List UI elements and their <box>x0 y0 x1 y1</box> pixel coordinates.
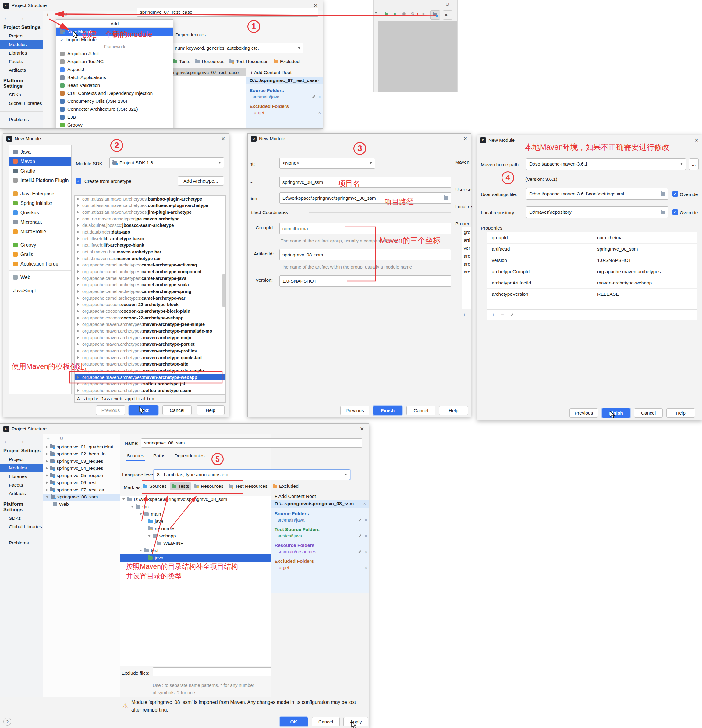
module-name-field[interactable]: springmvc_08_ssm <box>141 438 362 448</box>
chevron-icon[interactable] <box>46 481 48 484</box>
mark-as-chip[interactable]: Excluded <box>272 58 301 65</box>
property-row[interactable]: version1.0-SNAPSHOT <box>487 255 697 266</box>
previous-button[interactable]: Previous <box>96 406 125 415</box>
remove-icon[interactable]: × <box>319 94 321 100</box>
archetype-item[interactable]: org.apache.maven.archetypes:maven-archet… <box>75 367 225 374</box>
sidebar-item[interactable]: Project Settings <box>0 445 43 455</box>
remove-icon[interactable]: × <box>365 518 367 523</box>
mark-as-chip[interactable]: Resources <box>193 482 225 490</box>
remove-icon[interactable]: − <box>501 312 504 318</box>
browse-folder-icon[interactable] <box>444 196 448 200</box>
close-icon[interactable]: × <box>363 501 366 506</box>
close-icon[interactable]: ✕ <box>220 136 226 142</box>
content-root-row[interactable]: ingmvc\springmvc_07_rest_case <box>171 68 246 76</box>
cancel-button[interactable]: Cancel <box>406 406 435 415</box>
ok-button[interactable]: OK <box>280 717 308 727</box>
property-row[interactable]: artifactIdspringmvc_08_ssm <box>487 244 697 255</box>
archetype-item[interactable]: org.apache.maven.archetypes:maven-archet… <box>75 334 225 341</box>
directory-tree-row[interactable]: main <box>120 510 271 518</box>
add-icon[interactable]: + <box>46 12 49 18</box>
framework-item[interactable]: Arquillian TestNG <box>56 58 173 65</box>
sidebar-item[interactable]: SDKs <box>0 91 43 99</box>
add-content-root-link[interactable]: + Add Content Root <box>274 494 316 499</box>
tab[interactable]: Dependencies <box>174 453 205 461</box>
archetype-item[interactable]: org.apache.maven.archetypes:maven-archet… <box>75 374 225 381</box>
mark-as-chip[interactable]: Test Resources <box>227 482 270 490</box>
sidebar-item[interactable]: SDKs <box>0 514 43 523</box>
module-type-item[interactable]: JavaScript <box>9 286 71 295</box>
framework-item[interactable]: Connector Architecture (JSR 322) <box>56 105 173 113</box>
framework-item[interactable]: Arquillian JUnit <box>56 50 173 58</box>
module-name-field[interactable]: springmvc_07_rest_case <box>137 8 319 17</box>
chevron-icon[interactable] <box>140 513 142 515</box>
cancel-button[interactable]: Cancel <box>162 406 192 415</box>
mark-as-chip[interactable]: Tests <box>171 58 192 65</box>
framework-item[interactable]: CDI: Contexts and Dependency Injection <box>56 89 173 97</box>
sidebar-item[interactable]: Libraries <box>0 472 43 481</box>
archetype-item[interactable]: org.apache.maven.archetypes:maven-archet… <box>75 361 225 367</box>
apply-button[interactable]: Apply <box>343 717 368 727</box>
finish-button[interactable]: Finish <box>602 408 630 417</box>
close-icon[interactable]: ✕ <box>359 426 365 432</box>
archetype-item[interactable]: org.apache.camel.archetypes:camel-archet… <box>75 295 225 302</box>
module-tree-row[interactable]: springmvc_02_bean_lo <box>43 451 120 458</box>
edit-icon[interactable] <box>359 550 362 553</box>
mark-as-chip[interactable]: Sources <box>141 482 169 490</box>
module-type-item[interactable]: Grails <box>9 250 71 259</box>
services-icon[interactable]: ▶_ <box>443 10 452 20</box>
close-icon[interactable]: ✕ <box>693 137 700 144</box>
directory-tree-row[interactable]: webapp <box>120 532 271 540</box>
version-field[interactable]: 1.0-SNAPSHOT <box>280 275 451 287</box>
maximize-icon[interactable]: ▢ <box>446 2 449 6</box>
directory-tree-row[interactable]: java <box>120 518 271 525</box>
copy-icon[interactable]: ⧉ <box>64 12 67 17</box>
sidebar-item[interactable]: Project <box>0 32 43 40</box>
module-type-item[interactable] <box>9 270 71 271</box>
archetype-item[interactable]: org.apache.cocoon:cocoon-22-archetype-bl… <box>75 308 225 315</box>
name-field[interactable]: springmvc_08_ssm <box>280 176 451 188</box>
module-type-item[interactable] <box>9 238 71 238</box>
sidebar-item[interactable]: Modules <box>0 464 43 472</box>
tab[interactable]: Paths <box>153 453 166 461</box>
project-structure-icon[interactable] <box>430 10 440 20</box>
archetype-item[interactable]: de.akquinet.jbosscc:jbosscc-seam-archety… <box>75 222 225 229</box>
framework-item[interactable]: Groovy <box>56 121 173 129</box>
module-type-item[interactable] <box>9 187 71 187</box>
directory-tree-row[interactable]: resources <box>120 525 271 532</box>
sidebar-item[interactable]: Facets <box>0 481 43 489</box>
remove-icon[interactable]: × <box>365 549 367 554</box>
archetype-item[interactable]: org.apache.maven.archetypes:maven-archet… <box>75 328 225 334</box>
archetype-item[interactable]: net.sf.maven-har:maven-archetype-har <box>75 248 225 255</box>
previous-button[interactable]: Previous <box>569 408 598 417</box>
archetype-item[interactable]: net.databinder:data-app <box>75 229 225 235</box>
edit-icon[interactable] <box>359 519 362 521</box>
add-content-root-link[interactable]: + Add Content Root <box>250 70 291 75</box>
chevron-icon[interactable] <box>46 453 48 455</box>
module-type-item[interactable]: IntelliJ Platform Plugin <box>9 176 71 185</box>
chevron-icon[interactable] <box>148 535 150 537</box>
close-icon[interactable]: ✕ <box>462 136 468 142</box>
chevron-icon[interactable] <box>46 460 48 462</box>
mark-as-chip[interactable]: Tests <box>170 482 191 490</box>
add-icon[interactable]: + <box>492 312 495 318</box>
mark-as-chip[interactable]: Excluded <box>271 482 300 490</box>
module-type-item[interactable]: Java <box>9 147 71 157</box>
archetype-item[interactable]: com.rfc.maven.archetypes:jpa-maven-arche… <box>75 215 225 222</box>
sidebar-item[interactable]: Platform Settings <box>0 74 43 91</box>
module-type-item[interactable]: Application Forge <box>9 259 71 269</box>
archetype-item[interactable]: org.apache.camel.archetypes:camel-archet… <box>75 268 225 275</box>
sidebar-item[interactable]: Problems <box>0 115 43 124</box>
archetype-item[interactable]: net.liftweb:lift-archetype-basic <box>75 235 225 242</box>
framework-item[interactable]: Concurrency Utils (JSR 236) <box>56 97 173 105</box>
minimize-icon[interactable]: − <box>433 1 436 7</box>
module-type-item[interactable]: MicroProfile <box>9 227 71 236</box>
directory-tree-row[interactable]: java <box>120 554 271 562</box>
run-icon[interactable]: ▶ <box>385 11 389 16</box>
chevron-icon[interactable] <box>46 467 48 469</box>
cancel-button[interactable]: Cancel <box>634 408 663 417</box>
framework-item[interactable]: Bean Validation <box>56 81 173 89</box>
archetype-item[interactable]: com.atlassian.maven.archetypes:jira-plug… <box>75 209 225 215</box>
chevron-icon[interactable] <box>46 474 48 477</box>
sidebar-item[interactable]: Global Libraries <box>0 99 43 108</box>
create-from-archetype-checkbox[interactable]: ✓ <box>76 178 81 183</box>
